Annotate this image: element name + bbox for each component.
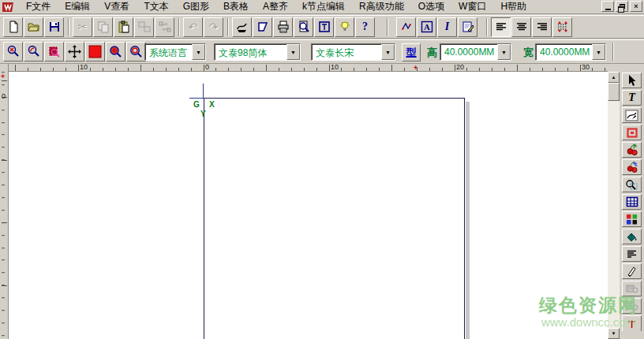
zoom-selection-button[interactable] [44,42,64,61]
scroll-down-button[interactable]: ▼ [608,328,620,339]
save-button[interactable] [44,17,64,37]
menu-text[interactable]: T文本 [137,0,175,14]
text-transform-button[interactable] [396,17,416,37]
vruler-label: 0 [2,92,6,100]
measure-tool-button[interactable] [622,315,642,331]
menu-options[interactable]: O选项 [411,0,451,14]
app-window: { "titlebar": { "menu_items": ["F文件","E编… [0,0,644,339]
paste-button[interactable] [114,17,133,37]
rectangle-tool-icon [626,127,638,139]
help-button[interactable]: ? [355,17,375,37]
restore-button[interactable] [616,1,628,12]
pan-button[interactable] [65,42,84,61]
text-frame-icon [318,20,331,33]
menu-file[interactable]: F文件 [19,0,58,14]
type-button[interactable]: 型 [402,43,421,61]
node-edit-tool-button[interactable] [622,107,642,123]
view-toolbar: 系统语言 ▼ 文泰98简体 ▼ 文泰长宋 ▼ 型 高 40.0000MM ▼ 宽… [0,39,644,64]
text-attr-button[interactable]: A [417,17,436,37]
text-align-tool-button[interactable] [622,246,642,262]
align-right-button[interactable] [532,17,552,37]
align-center-button[interactable] [511,17,531,37]
page-boundary[interactable] [204,98,465,339]
knife-tool-button[interactable] [622,263,642,279]
menu-help[interactable]: H帮助 [493,0,534,14]
select-tool-button[interactable] [622,73,642,88]
height-combo[interactable]: 40.0000MM ▼ [440,43,511,61]
font-style-combo[interactable]: 文泰长宋 ▼ [311,43,395,61]
swap-arrows-icon [159,20,171,33]
chevron-down-icon[interactable]: ▼ [286,44,300,60]
ruler-mark-icon [626,320,638,328]
zoom-previous-button[interactable] [24,42,43,61]
clipart-edit-button[interactable] [622,159,642,175]
trace-tool-button[interactable] [622,177,642,192]
menu-table[interactable]: B表格 [216,0,256,14]
font-combo-value: 文泰98简体 [215,44,286,60]
menu-align[interactable]: A整齐 [256,0,295,14]
hruler-label: 10 [80,63,88,71]
print-button[interactable] [273,17,293,37]
fill-tool-button[interactable] [622,229,642,244]
page-setup-button[interactable] [253,17,272,37]
menu-graphic[interactable]: G图形 [176,0,216,14]
menu-bar: F文件 E编辑 V查看 T文本 G图形 B表格 A整齐 k节点编辑 R高级功能 … [0,0,644,14]
text-tool-button[interactable]: T [622,90,642,106]
print-preview-button[interactable] [294,17,313,37]
chevron-down-icon[interactable]: ▼ [381,44,395,60]
menu-advanced[interactable]: R高级功能 [352,0,411,14]
zoom-object-button[interactable] [106,42,125,61]
height-label: 高 [427,46,437,60]
shape-tool-button[interactable] [622,125,642,140]
clipart-library-button[interactable] [622,142,642,158]
language-combo-value: 系统语言 [145,44,192,60]
menu-node-edit[interactable]: k节点编辑 [295,0,352,14]
minimize-button[interactable] [601,1,614,12]
origin-g-label: G [193,100,200,109]
width-combo[interactable]: 40.0000MM ▼ [535,43,606,61]
plotter-curve-icon [236,20,249,33]
new-button[interactable] [3,17,23,37]
edit-text-button[interactable] [458,17,477,37]
color-palette-button[interactable] [622,211,642,227]
menu-view[interactable]: V查看 [97,0,137,14]
zoom-page-button[interactable] [126,42,146,61]
font-combo[interactable]: 文泰98简体 ▼ [214,43,301,61]
horizontal-ruler[interactable]: 10 0 10 20 30 + [9,64,608,72]
italic-button[interactable]: I [437,17,457,37]
vertical-ruler[interactable]: + 0 [0,72,9,339]
open-button[interactable] [24,17,43,37]
chevron-down-icon[interactable]: ▼ [497,44,511,60]
hruler-label: 0 [205,63,209,71]
table-tool-button[interactable] [622,194,642,210]
menu-edit[interactable]: E编辑 [58,0,97,14]
hruler-label: 20 [456,63,464,71]
cut-output-button[interactable] [232,17,252,37]
text-frame-button[interactable] [314,17,334,37]
chevron-down-icon[interactable]: ▼ [192,44,205,60]
replace-link-button [155,17,174,37]
language-combo[interactable]: 系统语言 ▼ [144,43,206,61]
tips-button[interactable] [335,17,354,37]
fill-color-button[interactable] [85,42,105,61]
separator [68,18,69,36]
design-canvas[interactable]: G X Y [9,72,608,339]
line-spacing-icon [556,20,569,33]
color-palette-icon [626,214,638,225]
scroll-up-button[interactable]: ▲ [608,72,620,83]
restore-icon [620,4,625,9]
scrollbar-thumb[interactable] [608,83,620,101]
width-combo-value: 40.0000MM [536,44,592,60]
align-right-icon [536,20,549,33]
close-button[interactable]: × [630,1,642,12]
align-left-button[interactable] [491,17,511,37]
zoom-all-button[interactable] [3,42,23,61]
vertical-scrollbar[interactable]: ▲ ▼ [608,72,620,339]
cut-icon: ✂ [78,21,88,32]
pan-arrows-icon [68,45,81,58]
chevron-down-icon[interactable]: ▼ [592,44,605,60]
paste-special-button [134,17,154,37]
separator [387,18,388,36]
menu-window[interactable]: W窗口 [451,0,493,14]
line-spacing-button[interactable] [552,17,572,37]
